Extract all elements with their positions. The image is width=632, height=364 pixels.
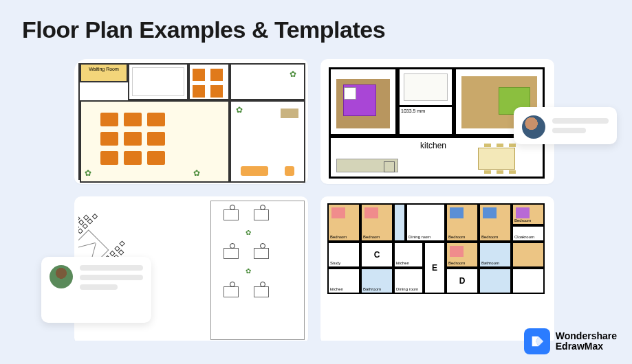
plant-icon: ✿ xyxy=(246,229,251,236)
bedroom: Bedroom xyxy=(360,203,393,242)
bedroom: Bedroom xyxy=(512,203,545,225)
kitchen-counter xyxy=(336,159,398,172)
unit-label: E xyxy=(424,242,446,294)
bedroom: Bedroom xyxy=(479,203,512,242)
plant-icon: ✿ xyxy=(246,267,251,275)
bathroom xyxy=(479,268,512,294)
bedroom: Bedroom xyxy=(327,203,360,242)
office-room-cubicles xyxy=(188,63,230,100)
bedroom-purple xyxy=(329,67,397,136)
workstation-plan: ✿ ✿ xyxy=(210,201,305,340)
page-title: Floor Plan Examples & Templates xyxy=(22,16,385,43)
placeholder-line xyxy=(80,265,143,271)
brand-logo: Wondershare EdrawMax xyxy=(524,328,617,354)
kitchen-label: kitchen xyxy=(420,141,446,150)
bathroom xyxy=(393,203,406,242)
dining-room: Dining room xyxy=(406,203,446,242)
kitchen: kitchen xyxy=(393,242,424,268)
plant-icon xyxy=(85,170,92,177)
placeholder-line xyxy=(552,118,609,124)
unit-label: C xyxy=(360,242,393,268)
floorplan-office-card[interactable]: Waiting Room xyxy=(74,59,308,184)
user-card-top xyxy=(514,107,617,144)
room xyxy=(512,268,545,294)
kitchen-area: kitchen xyxy=(329,136,545,179)
unit-label: D xyxy=(446,268,479,294)
placeholder-line xyxy=(552,128,586,133)
floorplan-complex-card[interactable]: Bedroom Bedroom Dining room Bedroom Bedr… xyxy=(320,196,554,341)
office-lounge xyxy=(230,100,305,183)
waiting-room: Waiting Room xyxy=(80,63,128,82)
kitchen: kitchen xyxy=(327,268,360,294)
plant-icon xyxy=(237,107,243,114)
placeholder-line xyxy=(80,284,118,290)
complex-plan: Bedroom Bedroom Dining room Bedroom Bedr… xyxy=(323,199,552,341)
hallway: 1033.5 mm xyxy=(397,107,454,136)
user-card-bottom xyxy=(41,257,151,323)
office-room-empty xyxy=(128,63,188,100)
office-plan: Waiting Room xyxy=(78,63,304,180)
cloakroom: Cloakroom xyxy=(512,225,545,242)
avatar xyxy=(522,115,545,139)
avatar xyxy=(50,265,73,288)
plant-icon xyxy=(290,71,297,78)
dining-table xyxy=(478,148,515,170)
placeholder-line xyxy=(80,275,143,280)
dining-room: Dining room xyxy=(393,268,424,294)
office-hallway xyxy=(230,63,305,100)
bedroom: Bedroom xyxy=(446,203,479,242)
study: Study xyxy=(327,242,360,268)
bathroom xyxy=(397,67,454,107)
bedroom xyxy=(512,242,545,268)
bedroom: Bedroom xyxy=(446,242,479,268)
edrawmax-icon xyxy=(524,328,550,354)
bathroom: Bathroom xyxy=(479,242,512,268)
brand-text: Wondershare EdrawMax xyxy=(556,331,617,352)
office-open-area xyxy=(80,100,230,183)
plant-icon xyxy=(194,170,201,177)
bathroom: Bathroom xyxy=(360,268,393,294)
